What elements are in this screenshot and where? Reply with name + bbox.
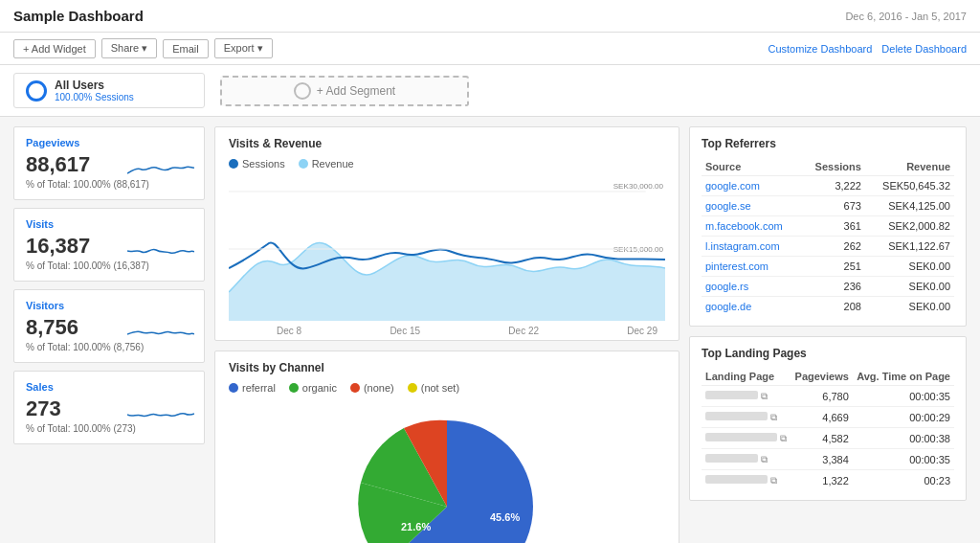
right-column: Top Referrers Source Sessions Revenue go… (689, 126, 967, 543)
segment-circle-icon (26, 80, 47, 102)
landing-page-url: ⧉ (702, 407, 791, 428)
visits-channel-legend: referralorganic(none)(not set) (229, 382, 665, 394)
landing-page-time: 00:00:29 (853, 407, 954, 428)
email-button[interactable]: Email (163, 39, 209, 58)
landing-page-url: ⧉ (702, 428, 791, 449)
export-button[interactable]: Export ▾ (214, 38, 273, 58)
main-content: Pageviews 88,617 % of Total: 100.00% (88… (0, 117, 980, 543)
pie-chart-container: 45.6% 21.6% 31.6% (229, 401, 665, 543)
landing-page-time: 00:00:35 (853, 449, 954, 470)
referrer-sessions: 236 (802, 277, 865, 297)
referrer-source: pinterest.com (702, 257, 802, 277)
toolbar: + Add Widget Share ▾ Email Export ▾ Cust… (0, 33, 980, 65)
legend-item-Revenue: Revenue (299, 158, 354, 170)
svg-text:21.6%: 21.6% (401, 521, 431, 532)
channel-legend-dot (350, 383, 360, 393)
metric-card-visits: Visits 16,387 % of Total: 100.00% (16,38… (13, 208, 205, 282)
sparkline-svg (127, 238, 194, 264)
visits-revenue-chart: SEK30,000.00 SEK15,000.00 Dec 8 Dec 15 D… (229, 177, 665, 330)
pie-chart-svg: 45.6% 21.6% 31.6% (351, 411, 543, 543)
add-segment-label: + Add Segment (317, 84, 395, 98)
referrer-source: google.rs (702, 277, 802, 297)
share-button[interactable]: Share ▾ (101, 38, 157, 58)
customize-dashboard-link[interactable]: Customize Dashboard (768, 43, 872, 55)
table-row: google.se 673 SEK4,125.00 (702, 196, 954, 216)
referrer-source: l.instagram.com (702, 237, 802, 257)
referrer-revenue: SEK2,000.82 (865, 216, 954, 237)
landing-page-views: 3,384 (791, 449, 852, 470)
sparkline-svg (127, 156, 194, 183)
landing-page-row: ⧉ 6,780 00:00:35 (702, 386, 954, 407)
visits-revenue-legend: SessionsRevenue (229, 158, 665, 170)
metric-card-pageviews: Pageviews 88,617 % of Total: 100.00% (88… (13, 126, 205, 200)
metrics-column: Pageviews 88,617 % of Total: 100.00% (88… (13, 126, 205, 543)
delete-dashboard-link[interactable]: Delete Dashboard (881, 43, 967, 55)
landing-page-row: ⧉ 1,322 00:23 (702, 470, 954, 491)
chart-x-labels: Dec 8 Dec 15 Dec 22 Dec 29 (229, 324, 665, 336)
revenue-area (229, 242, 665, 321)
metric-card-visitors: Visitors 8,756 % of Total: 100.00% (8,75… (13, 289, 205, 363)
metric-label: Visits (26, 218, 192, 230)
metric-label: Sales (26, 381, 192, 393)
metric-label: Pageviews (26, 137, 192, 148)
legend-item-Sessions: Sessions (229, 158, 285, 170)
page-title: Sample Dashboard (13, 8, 144, 24)
col-avg-time: Avg. Time on Page (853, 368, 954, 386)
landing-pages-body: ⧉ 6,780 00:00:35 ⧉ 4,669 00:00:29 ⧉ 4,58… (702, 386, 954, 491)
referrer-source: google.com (702, 176, 802, 196)
legend-dot (299, 159, 308, 169)
landing-page-row: ⧉ 3,384 00:00:35 (702, 449, 954, 470)
top-landing-pages-title: Top Landing Pages (702, 347, 954, 360)
referrer-revenue: SEK50,645.32 (865, 176, 954, 196)
table-row: google.de 208 SEK0.00 (702, 297, 954, 317)
sparkline-svg (127, 319, 194, 346)
referrer-source: google.de (702, 297, 802, 317)
col-pageviews: Pageviews (791, 368, 852, 386)
visits-channel-title: Visits by Channel (229, 361, 665, 374)
landing-page-row: ⧉ 4,669 00:00:29 (702, 407, 954, 428)
all-users-segment[interactable]: All Users 100.00% Sessions (13, 73, 205, 108)
sparkline-svg (127, 400, 194, 427)
channel-legend-item-(none): (none) (350, 382, 394, 394)
svg-text:45.6%: 45.6% (490, 511, 520, 523)
top-landing-pages-card: Top Landing Pages Landing Page Pageviews… (689, 336, 967, 501)
landing-page-views: 1,322 (791, 470, 852, 491)
landing-pages-table: Landing Page Pageviews Avg. Time on Page… (702, 368, 954, 490)
col-revenue: Revenue (865, 158, 954, 176)
landing-page-views: 6,780 (791, 386, 852, 407)
referrer-sessions: 3,222 (802, 176, 865, 196)
referrer-sessions: 673 (802, 196, 865, 216)
charts-column: Visits & Revenue SessionsRevenue SEK30,0… (214, 126, 679, 543)
add-segment-button[interactable]: + Add Segment (220, 76, 469, 106)
col-sessions: Sessions (802, 158, 865, 176)
referrer-source: google.se (702, 196, 802, 216)
referrer-revenue: SEK0.00 (865, 257, 954, 277)
landing-pages-header: Landing Page Pageviews Avg. Time on Page (702, 368, 954, 386)
sparkline (127, 238, 194, 267)
referrer-sessions: 251 (802, 257, 865, 277)
landing-page-views: 4,582 (791, 428, 852, 449)
visits-channel-card: Visits by Channel referralorganic(none)(… (214, 351, 679, 543)
referrers-table-header: Source Sessions Revenue (702, 158, 954, 176)
sparkline (127, 156, 194, 186)
referrer-revenue: SEK0.00 (865, 297, 954, 317)
channel-legend-dot (289, 383, 299, 393)
landing-page-time: 00:00:35 (853, 386, 954, 407)
sparkline (127, 400, 194, 430)
toolbar-left: + Add Widget Share ▾ Email Export ▾ (13, 38, 273, 58)
visits-revenue-title: Visits & Revenue (229, 137, 665, 150)
segment-sub: 100.00% Sessions (55, 92, 134, 102)
date-range: Dec 6, 2016 - Jan 5, 2017 (845, 11, 967, 22)
metric-label: Visitors (26, 300, 192, 311)
referrers-table-body: google.com 3,222 SEK50,645.32 google.se … (702, 176, 954, 317)
table-row: google.com 3,222 SEK50,645.32 (702, 176, 954, 196)
line-chart-svg: SEK30,000.00 SEK15,000.00 (229, 177, 665, 321)
add-segment-circle-icon (294, 82, 311, 100)
table-row: google.rs 236 SEK0.00 (702, 277, 954, 297)
referrer-revenue: SEK1,122.67 (865, 237, 954, 257)
header: Sample Dashboard Dec 6, 2016 - Jan 5, 20… (0, 0, 980, 33)
toolbar-right: Customize Dashboard Delete Dashboard (768, 43, 967, 55)
referrer-source: m.facebook.com (702, 216, 802, 237)
add-widget-button[interactable]: + Add Widget (13, 39, 96, 58)
channel-legend-item-referral: referral (229, 382, 276, 394)
